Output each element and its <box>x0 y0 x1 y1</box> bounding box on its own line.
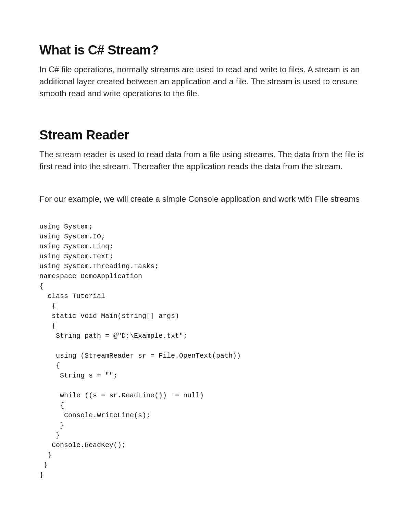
paragraph-stream-reader-intro: The stream reader is used to read data f… <box>39 149 372 173</box>
paragraph-example-intro: For our example, we will create a simple… <box>39 193 372 205</box>
heading-stream-reader: Stream Reader <box>39 128 372 143</box>
heading-what-is-csharp-stream: What is C# Stream? <box>39 43 372 58</box>
section-divider <box>39 109 372 128</box>
paragraph-stream-intro: In C# file operations, normally streams … <box>39 64 372 99</box>
code-block-stream-reader-example: using System; using System.IO; using Sys… <box>39 222 372 480</box>
document-page: What is C# Stream? In C# file operations… <box>0 0 411 514</box>
paragraph-gap <box>39 182 372 193</box>
